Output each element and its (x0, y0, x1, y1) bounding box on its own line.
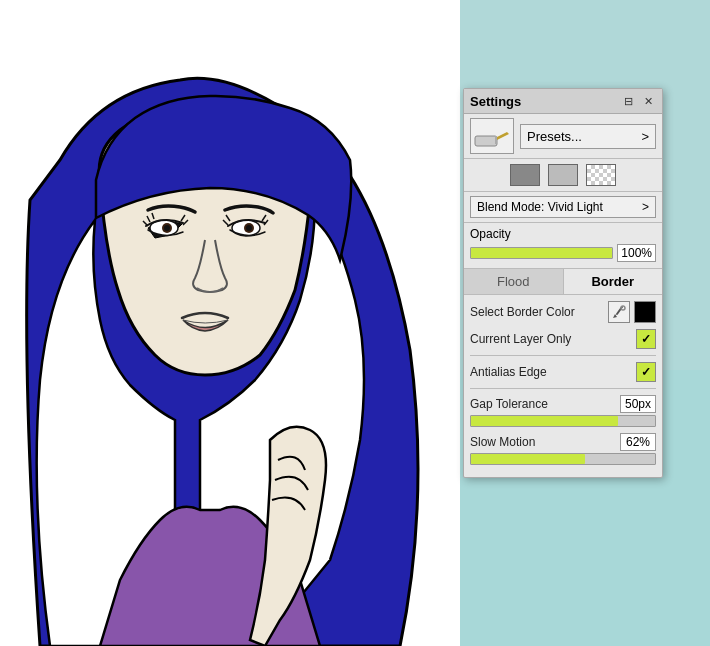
select-border-color-controls (608, 301, 656, 323)
blend-mode-label: Blend Mode: Vivid Light (477, 200, 603, 214)
gap-tolerance-header: Gap Tolerance 50px (470, 395, 656, 413)
opacity-label: Opacity (470, 227, 656, 241)
current-layer-only-checkbox[interactable]: ✓ (636, 329, 656, 349)
slow-motion-slider-track[interactable] (470, 453, 656, 465)
slow-motion-slider-container (470, 453, 656, 465)
settings-panel: Settings ⊟ ✕ Presets... > Blend Mode: Vi… (463, 88, 663, 478)
brush-icon (473, 122, 511, 150)
border-color-swatch[interactable] (634, 301, 656, 323)
gap-tolerance-value: 50px (620, 395, 656, 413)
select-border-color-label: Select Border Color (470, 305, 575, 319)
presets-row: Presets... > (464, 114, 662, 159)
close-button[interactable]: ✕ (640, 93, 656, 109)
gap-tolerance-row: Gap Tolerance 50px (470, 395, 656, 427)
current-layer-only-row: Current Layer Only ✓ (470, 329, 656, 349)
opacity-slider-container: 100% (470, 244, 656, 262)
opacity-row: Opacity 100% (464, 223, 662, 269)
select-border-color-row: Select Border Color (470, 301, 656, 323)
svg-point-9 (621, 306, 625, 310)
titlebar-icons: ⊟ ✕ (620, 93, 656, 109)
current-layer-only-controls: ✓ (636, 329, 656, 349)
gap-tolerance-label: Gap Tolerance (470, 397, 548, 411)
svg-point-3 (164, 225, 170, 231)
eyedropper-icon (612, 305, 626, 319)
opacity-value: 100% (617, 244, 656, 262)
presets-button[interactable]: Presets... > (520, 124, 656, 149)
gap-tolerance-slider-track[interactable] (470, 415, 656, 427)
canvas-drawing (0, 0, 460, 646)
slow-motion-slider-fill (471, 454, 585, 464)
swatches-row (464, 159, 662, 192)
dock-button[interactable]: ⊟ (620, 93, 636, 109)
blend-mode-button[interactable]: Blend Mode: Vivid Light > (470, 196, 656, 218)
slow-motion-value: 62% (620, 433, 656, 451)
presets-arrow: > (641, 129, 649, 144)
divider-1 (470, 355, 656, 356)
tab-flood[interactable]: Flood (464, 269, 564, 294)
swatch-checker[interactable] (586, 164, 616, 186)
gap-tolerance-slider-fill (471, 416, 618, 426)
slow-motion-row: Slow Motion 62% (470, 433, 656, 465)
brush-icon-box (470, 118, 514, 154)
slow-motion-label: Slow Motion (470, 435, 535, 449)
presets-label: Presets... (527, 129, 582, 144)
opacity-slider-fill (471, 248, 612, 258)
antialias-edge-checkbox[interactable]: ✓ (636, 362, 656, 382)
antialias-edge-row: Antialias Edge ✓ (470, 362, 656, 382)
panel-title: Settings (470, 94, 521, 109)
antialias-edge-controls: ✓ (636, 362, 656, 382)
svg-rect-7 (475, 136, 497, 146)
swatch-gray[interactable] (510, 164, 540, 186)
swatch-light-gray[interactable] (548, 164, 578, 186)
svg-point-6 (246, 225, 252, 231)
opacity-slider-track[interactable] (470, 247, 613, 259)
color-picker-button[interactable] (608, 301, 630, 323)
slow-motion-header: Slow Motion 62% (470, 433, 656, 451)
panel-content-border: Select Border Color Current Layer Only ✓ (464, 295, 662, 477)
tabs-row: Flood Border (464, 269, 662, 295)
panel-titlebar: Settings ⊟ ✕ (464, 89, 662, 114)
antialias-edge-label: Antialias Edge (470, 365, 547, 379)
tab-border[interactable]: Border (564, 269, 663, 294)
blend-mode-row: Blend Mode: Vivid Light > (464, 192, 662, 223)
gap-tolerance-slider-container (470, 415, 656, 427)
current-layer-only-label: Current Layer Only (470, 332, 571, 346)
blend-mode-arrow: > (642, 200, 649, 214)
divider-2 (470, 388, 656, 389)
